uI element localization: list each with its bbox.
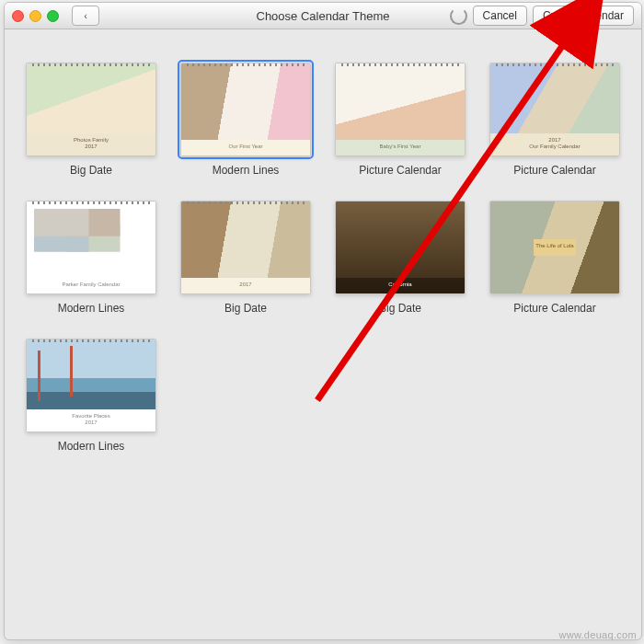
window-controls xyxy=(12,10,59,22)
watermark: www.deuaq.com xyxy=(558,629,637,640)
theme-item[interactable]: Parker Family CalendarModern Lines xyxy=(23,201,159,315)
theme-thumbnail: Baby's First Year xyxy=(335,63,466,156)
theme-item[interactable]: Baby's First YearPicture Calendar xyxy=(332,63,468,177)
theme-photo xyxy=(27,63,155,133)
cancel-button[interactable]: Cancel xyxy=(473,6,527,26)
spiral-binding-icon xyxy=(187,201,305,204)
theme-photo xyxy=(27,201,155,278)
theme-caption-line1: 2017 xyxy=(183,282,308,288)
theme-caption-strip: Our First Year xyxy=(181,140,310,155)
theme-label: Modern Lines xyxy=(23,440,159,453)
theme-label: Picture Calendar xyxy=(487,302,623,315)
theme-photo: California xyxy=(336,201,465,293)
theme-caption-strip: California xyxy=(336,278,465,293)
theme-label: Picture Calendar xyxy=(332,164,468,177)
theme-caption-line2: 2017 xyxy=(29,420,154,426)
theme-item[interactable]: Favorite Places2017Modern Lines xyxy=(23,339,159,453)
theme-thumbnail: The Life of Lola xyxy=(489,201,620,294)
theme-grid-area: Photos Family2017Big DateOur First YearM… xyxy=(5,29,641,639)
theme-caption-line2: 2017 xyxy=(29,144,154,150)
spiral-binding-icon xyxy=(341,63,459,66)
theme-caption-strip: Parker Family Calendar xyxy=(27,278,155,293)
theme-label: Picture Calendar xyxy=(487,164,623,177)
theme-chooser-window: ‹ Choose Calendar Theme Cancel Create Ca… xyxy=(4,2,642,640)
theme-photo xyxy=(490,63,619,133)
spiral-binding-icon xyxy=(187,63,305,66)
spiral-binding-icon xyxy=(32,63,150,66)
minimize-window-button[interactable] xyxy=(29,10,41,22)
spiral-binding-icon xyxy=(496,63,614,66)
theme-caption-line1: Parker Family Calendar xyxy=(29,282,154,288)
loading-spinner-icon xyxy=(450,7,467,25)
theme-caption-strip: 2017 xyxy=(181,278,310,293)
theme-caption-strip: Favorite Places2017 xyxy=(27,409,155,431)
theme-item[interactable]: 2017Big Date xyxy=(178,201,314,315)
theme-thumbnail: Favorite Places2017 xyxy=(26,339,156,432)
spiral-binding-icon xyxy=(32,339,150,342)
theme-caption-line1: California xyxy=(338,282,463,288)
back-button[interactable]: ‹ xyxy=(72,6,99,26)
zoom-window-button[interactable] xyxy=(47,10,59,22)
theme-item[interactable]: The Life of LolaPicture Calendar xyxy=(487,201,623,315)
theme-caption-strip: Baby's First Year xyxy=(336,140,465,155)
theme-thumbnail: 2017Our Family Calendar xyxy=(489,63,620,156)
theme-item[interactable]: Photos Family2017Big Date xyxy=(23,63,159,177)
titlebar: ‹ Choose Calendar Theme Cancel Create Ca… xyxy=(5,3,641,29)
theme-label: Big Date xyxy=(332,302,468,315)
theme-caption-line1: Our First Year xyxy=(183,144,308,150)
theme-thumbnail: Parker Family Calendar xyxy=(26,201,156,294)
theme-caption-line1: Photos Family xyxy=(29,137,154,144)
theme-label: Big Date xyxy=(178,302,314,315)
spiral-binding-icon xyxy=(32,201,150,204)
chevron-left-icon: ‹ xyxy=(84,10,87,21)
theme-thumbnail: California xyxy=(335,201,466,294)
theme-item[interactable]: CaliforniaBig Date xyxy=(332,201,468,315)
theme-photo xyxy=(181,63,310,140)
theme-caption-line1: 2017 xyxy=(492,137,617,144)
theme-thumbnail: Photos Family2017 xyxy=(26,63,156,156)
theme-item[interactable]: 2017Our Family CalendarPicture Calendar xyxy=(487,63,623,177)
theme-label: Big Date xyxy=(23,164,159,177)
theme-caption-strip: 2017Our Family Calendar xyxy=(490,133,619,155)
window-title: Choose Calendar Theme xyxy=(256,9,389,23)
theme-thumbnail: 2017 xyxy=(180,201,311,294)
theme-caption-strip: Photos Family2017 xyxy=(27,133,155,155)
theme-photo xyxy=(181,201,310,278)
theme-label: Modern Lines xyxy=(178,164,314,177)
theme-item[interactable]: Our First YearModern Lines xyxy=(178,63,314,177)
theme-thumbnail: Our First Year xyxy=(180,63,311,156)
close-window-button[interactable] xyxy=(12,10,24,22)
theme-caption-line2: Our Family Calendar xyxy=(492,144,617,150)
theme-caption-line1: Baby's First Year xyxy=(338,144,463,150)
create-calendar-button[interactable]: Create Calendar xyxy=(533,6,634,26)
theme-caption-strip: The Life of Lola xyxy=(534,239,575,255)
toolbar-right: Cancel Create Calendar xyxy=(450,6,634,26)
theme-label: Modern Lines xyxy=(23,302,159,315)
theme-photo xyxy=(27,339,155,409)
theme-caption-line1: The Life of Lola xyxy=(535,243,573,249)
theme-photo xyxy=(336,63,465,140)
theme-caption-line1: Favorite Places xyxy=(29,413,154,420)
theme-photo: The Life of Lola xyxy=(490,201,619,293)
